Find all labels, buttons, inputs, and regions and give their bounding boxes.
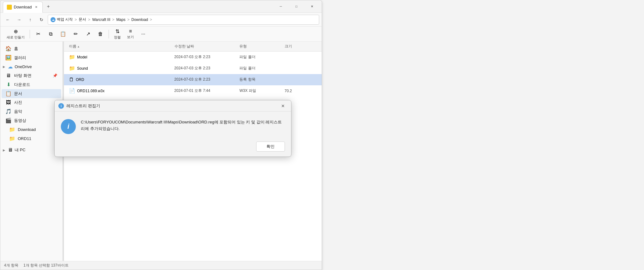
toolbar-sep-1	[30, 30, 30, 38]
sidebar-photos-label: 사진	[14, 100, 22, 105]
sidebar-item-home[interactable]: 🏠 홈	[2, 44, 61, 53]
tab-close-button[interactable]: ✕	[34, 5, 39, 10]
sidebar-mypc-label: 내 PC	[15, 147, 26, 153]
dialog-message: C:\Users\FORYOUCOM\Documents\Warcraft II…	[81, 119, 285, 132]
file-type: 파일 폴더	[237, 54, 282, 60]
table-row[interactable]: 📁 Model 2024-07-03 오후 2:23 파일 폴더	[64, 52, 322, 63]
table-row[interactable]: 🗒 ORD 2024-07-03 오후 2:23 등록 항목	[64, 74, 322, 85]
paste-icon: 📋	[60, 31, 66, 37]
col-header-size[interactable]: 크기	[282, 44, 319, 49]
file-type: W3X 파일	[237, 88, 282, 93]
up-button[interactable]: ↑	[25, 15, 35, 25]
gallery-icon: 🖼️	[5, 55, 12, 61]
breadcrumb-backup[interactable]: 백업 시작	[57, 17, 73, 22]
forward-button[interactable]: →	[14, 15, 24, 25]
col-header-date[interactable]: 수정한 날짜	[172, 44, 237, 49]
sidebar-ord11-label: ORD11	[18, 136, 31, 141]
file-list-header: 이름 ▲ 수정한 날짜 유형 크기	[64, 42, 322, 52]
breadcrumb-documents[interactable]: 문서	[79, 17, 86, 22]
sidebar-item-photos[interactable]: 🖼 사진	[2, 98, 61, 107]
sidebar-item-desktop[interactable]: 🖥 바탕 화면 📌	[2, 71, 61, 80]
file-date: 2024-07-03 오후 2:23	[172, 77, 237, 82]
breadcrumb-sep-5: >	[150, 18, 152, 22]
title-tab[interactable]: Download ✕	[3, 2, 43, 13]
sidebar-gallery-label: 갤러리	[14, 55, 26, 61]
file-type: 등록 항목	[237, 77, 282, 82]
new-icon: ⊕	[14, 28, 18, 34]
sidebar-onedrive-label: OneDrive	[15, 64, 32, 69]
dialog-body: i C:\Users\FORYOUCOM\Documents\Warcraft …	[55, 112, 291, 139]
breadcrumb-bar[interactable]: ☁ 백업 시작 > 문서 > Warcraft III > Maps > Dow…	[48, 15, 319, 25]
breadcrumb-download[interactable]: Download	[131, 18, 148, 22]
close-button[interactable]: ✕	[305, 2, 319, 12]
expand-icon: ▶	[3, 65, 5, 68]
file-date: 2024-07-01 오후 7:44	[172, 88, 237, 93]
mypc-expand-icon: ▶	[3, 148, 5, 152]
sort-indicator: ▲	[77, 45, 80, 48]
sidebar-item-video[interactable]: 🎬 동영상	[2, 116, 61, 125]
dialog-title-text: 레지스트리 편집기	[66, 103, 279, 109]
breadcrumb-sep-3: >	[112, 18, 115, 22]
sidebar-group-mypc[interactable]: ▶ 🖥 내 PC	[0, 146, 62, 154]
title-bar: Download ✕ + ─ □ ✕	[0, 0, 322, 13]
toolbar: ⊕ 새로 만들기 ✂ ⧉ 📋 ✏ ↗ 🗑 ⇅ 정렬 ≡ 보기	[0, 27, 322, 42]
dialog-close-button[interactable]: ✕	[279, 102, 287, 110]
sidebar-documents-label: 문서	[14, 91, 22, 97]
sort-label: 정렬	[114, 35, 121, 40]
file-name: ORD11.089.w3x	[77, 89, 105, 93]
breadcrumb-warcraft[interactable]: Warcraft III	[92, 18, 110, 22]
sidebar-item-gallery[interactable]: 🖼️ 갤러리	[2, 53, 61, 62]
sidebar-item-ord11-folder[interactable]: 📁 ORD11	[2, 134, 61, 143]
copy-button[interactable]: ⧉	[45, 28, 56, 40]
sidebar-downloads-label: 다운로드	[14, 82, 30, 88]
new-button[interactable]: ⊕ 새로 만들기	[4, 28, 27, 40]
table-row[interactable]: 📁 Sound 2024-07-03 오후 2:23 파일 폴더	[64, 63, 322, 74]
file-date: 2024-07-03 오후 2:23	[172, 66, 237, 71]
share-button[interactable]: ↗	[82, 28, 94, 40]
new-tab-button[interactable]: +	[44, 2, 53, 11]
sort-button[interactable]: ⇅ 정렬	[111, 28, 123, 40]
cut-button[interactable]: ✂	[32, 28, 44, 40]
registry-dialog: i 레지스트리 편집기 ✕ i C:\Users\FORYOUCOM\Docum…	[54, 100, 291, 157]
desktop-icon: 🖥	[5, 73, 12, 78]
sidebar: 🏠 홈 🖼️ 갤러리 ▶ ☁ OneDrive 🖥 바탕 화면 📌 ⬇ 다운로드	[0, 42, 63, 261]
cloud-icon: ☁	[51, 17, 56, 22]
breadcrumb-maps[interactable]: Maps	[116, 18, 125, 22]
breadcrumb-sep-2: >	[88, 18, 90, 22]
refresh-button[interactable]: ↻	[37, 15, 46, 25]
pin-icon: 📌	[53, 73, 57, 78]
maximize-button[interactable]: □	[289, 2, 304, 12]
delete-icon: 🗑	[98, 31, 103, 37]
window-controls: ─ □ ✕	[274, 2, 319, 12]
sidebar-item-music[interactable]: 🎵 음악	[2, 107, 61, 116]
status-bar: 4개 항목 1개 항목 선택함 137바이트	[0, 261, 322, 270]
back-button[interactable]: ←	[3, 15, 13, 25]
minimize-button[interactable]: ─	[274, 2, 288, 12]
dialog-ok-button[interactable]: 확인	[256, 142, 285, 152]
more-button[interactable]: ···	[138, 28, 149, 40]
rename-button[interactable]: ✏	[70, 28, 81, 40]
view-icon: ≡	[129, 28, 132, 34]
dialog-title-icon: i	[58, 103, 64, 109]
documents-icon: 📋	[5, 91, 12, 97]
dialog-info-icon: i	[61, 119, 76, 134]
paste-button[interactable]: 📋	[57, 28, 69, 40]
nav-bar: ← → ↑ ↻ ☁ 백업 시작 > 문서 > Warcraft III > Ma…	[0, 13, 322, 27]
breadcrumb-sep-4: >	[127, 18, 129, 22]
toolbar-sep-2	[109, 30, 109, 38]
sidebar-music-label: 음악	[14, 109, 22, 114]
sidebar-group-onedrive[interactable]: ▶ ☁ OneDrive	[0, 62, 62, 71]
copy-icon: ⧉	[49, 31, 52, 37]
sidebar-item-downloads[interactable]: ⬇ 다운로드	[2, 80, 61, 89]
view-button[interactable]: ≡ 보기	[124, 28, 136, 40]
sidebar-item-documents[interactable]: 📋 문서	[2, 89, 61, 98]
folder-icon: 📁	[69, 65, 75, 71]
table-row[interactable]: 📄 ORD11.089.w3x 2024-07-01 오후 7:44 W3X 파…	[64, 85, 322, 97]
col-header-name[interactable]: 이름 ▲	[66, 44, 172, 49]
sidebar-item-download-folder[interactable]: 📁 Download	[2, 125, 61, 134]
folder-tab-icon	[7, 5, 12, 10]
delete-button[interactable]: 🗑	[95, 28, 106, 40]
col-header-type[interactable]: 유형	[237, 44, 282, 49]
sidebar-download-folder-label: Download	[18, 127, 36, 132]
dialog-title-bar: i 레지스트리 편집기 ✕	[55, 100, 291, 112]
